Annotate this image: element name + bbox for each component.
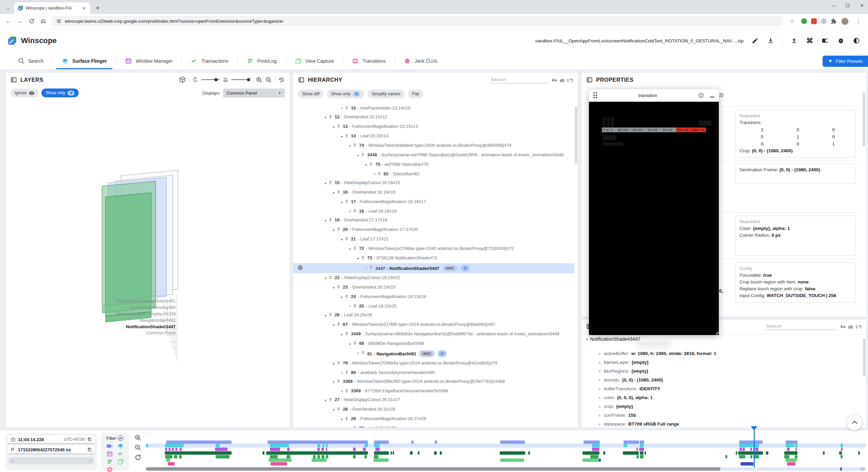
pin-icon[interactable] — [352, 426, 359, 428]
transactions-entry[interactable] — [391, 451, 392, 455]
frame-stepper[interactable]: ‹› — [8, 457, 94, 464]
theme-toggle-icon[interactable] — [852, 37, 861, 45]
match-word-icon[interactable]: ab — [560, 78, 565, 82]
pin-icon[interactable] — [352, 304, 359, 309]
tree-node-18[interactable]: 18- Leaf:16:16#18 — [293, 207, 574, 216]
timeline-tracks[interactable] — [146, 430, 866, 472]
collapse-caret-icon[interactable]: ▾ — [331, 322, 336, 328]
window-manager-entry[interactable] — [321, 448, 324, 451]
puzzle-extensions-icon[interactable] — [831, 18, 837, 24]
screen-recording-trace-icon[interactable] — [106, 443, 113, 449]
window-manager-entry[interactable] — [795, 448, 797, 451]
tree-node-22[interactable]: ▾22- HideDisplayCutout:18:23#22 — [293, 273, 574, 283]
regex-icon[interactable]: (.*) — [567, 78, 573, 82]
pin-icon[interactable] — [328, 180, 335, 185]
transactions-entry[interactable] — [858, 451, 860, 455]
tree-node-79[interactable]: ▾79- WindowToken{7046b4a type=2024 andro… — [293, 359, 574, 368]
screen-recording-entry[interactable] — [739, 440, 763, 444]
copy-icon[interactable] — [87, 437, 92, 442]
collapse-caret-icon[interactable]: ▾ — [331, 190, 336, 196]
edit-trace-icon[interactable] — [751, 37, 759, 45]
hierarchy-scrollbar[interactable] — [575, 106, 577, 164]
download-trace-icon[interactable] — [767, 37, 775, 45]
tree-node-13[interactable]: ▾13- FullscreenMagnification:15:15#13 — [293, 122, 574, 132]
zoom-in-icon[interactable] — [135, 434, 141, 441]
surface-flinger-entry[interactable] — [786, 444, 794, 447]
transactions-entry[interactable] — [266, 451, 368, 455]
regex-icon[interactable]: (.*) — [856, 324, 862, 329]
layer-label[interactable]: NotificationShade#3447 — [126, 324, 176, 329]
spacing-slider[interactable] — [231, 79, 250, 80]
tree-node-67[interactable]: ▾67- WindowToken{e5176f9 type=2019 andro… — [293, 320, 574, 330]
tree-node-28[interactable]: ▾28- OneHanded:26:31#28 — [293, 405, 574, 414]
property-node-dataspace[interactable]: dataspace:BT709 sRGB Full range — [581, 420, 862, 428]
layer-label[interactable]: Common Panel — [146, 331, 176, 335]
maximize-icon[interactable] — [845, 3, 850, 8]
view-capture-entry[interactable] — [599, 458, 601, 462]
window-manager-entry[interactable] — [375, 448, 380, 451]
screen-recording-entry[interactable] — [268, 440, 368, 444]
transactions-entry[interactable] — [393, 451, 394, 455]
collapse-caret-icon[interactable]: ▾ — [323, 398, 328, 403]
tab-transitions[interactable]: Transitions — [343, 53, 395, 69]
surface-flinger-entry[interactable] — [592, 444, 600, 447]
window-manager-entry[interactable] — [750, 448, 752, 451]
transactions-entry[interactable] — [738, 451, 763, 455]
tree-node-82[interactable]: 82- StatusBar#82 — [293, 170, 574, 178]
protolog-entry[interactable] — [374, 455, 378, 458]
pin-icon[interactable] — [369, 265, 375, 270]
pin-icon[interactable] — [377, 172, 383, 177]
pin-icon[interactable] — [352, 209, 359, 214]
protolog-entry[interactable] — [287, 455, 290, 458]
close-icon[interactable]: ✕ — [859, 3, 865, 8]
chip-simplify-names[interactable]: Simplify names — [368, 90, 405, 98]
properties-search-input[interactable]: Search — [766, 322, 837, 330]
tree-node-3449[interactable]: ▾3449- Surface(name=885b63e NavigationBa… — [293, 330, 574, 339]
transactions-entry[interactable] — [410, 451, 413, 455]
track-window-manager[interactable] — [146, 448, 866, 451]
pin-icon[interactable] — [344, 416, 351, 421]
eye-icon[interactable] — [297, 265, 303, 271]
view-capture-entry[interactable] — [500, 458, 524, 462]
tab-window-manager[interactable]: Window Manager — [116, 53, 182, 69]
pin-icon[interactable] — [352, 246, 359, 251]
nanosecond-field[interactable]: 1715339054227572545 ns — [8, 446, 94, 454]
protolog-entry[interactable] — [739, 455, 745, 458]
protolog-entry[interactable] — [313, 455, 316, 458]
tab-protolog[interactable]: ProtoLog — [238, 53, 286, 69]
view-capture-entry[interactable] — [786, 458, 797, 462]
spacing-icon[interactable] — [223, 77, 228, 82]
collapse-caret-icon[interactable]: ▾ — [364, 162, 369, 168]
browser-menu-icon[interactable]: ⋮ — [853, 16, 863, 26]
track-transitions[interactable] — [146, 462, 866, 466]
pin-icon[interactable] — [336, 190, 343, 195]
tree-node-19[interactable]: ▾19- OneHanded:17:17#19 — [293, 216, 574, 225]
human-time-field[interactable]: 11:04:14.228 UTC+00:00 — [8, 435, 94, 444]
window-trace-icon[interactable] — [106, 451, 113, 457]
layer-label[interactable]: ScreenDecorOverlayBottom#61 — [116, 299, 176, 303]
resize-handle-icon[interactable] — [714, 330, 718, 335]
tree-node-24[interactable]: ▾24- FullscreenMagnification:18:23#24 — [293, 292, 574, 302]
pin-icon[interactable] — [336, 124, 343, 129]
documentation-icon[interactable] — [821, 37, 829, 45]
transactions-entry[interactable] — [839, 451, 842, 455]
collapse-caret-icon[interactable]: ▾ — [339, 417, 344, 422]
screen-recording-entry[interactable] — [624, 440, 639, 444]
tree-node-26[interactable]: ▾26- Leaf:24:25#26 — [293, 311, 574, 320]
tree-node-3447[interactable]: 3447- NotificationShade#3447HWCV — [293, 263, 574, 273]
surface-flinger-entry[interactable] — [322, 444, 324, 447]
window-manager-entry[interactable] — [317, 448, 320, 451]
rotation-slider[interactable] — [201, 79, 220, 80]
transactions-entry[interactable] — [418, 451, 419, 455]
ignore-chip[interactable]: Ignore — [11, 88, 39, 97]
keyboard-shortcuts-icon[interactable]: ⌘ — [806, 37, 814, 45]
collapse-panel-icon[interactable] — [586, 77, 593, 83]
transactions-entry[interactable] — [528, 451, 530, 455]
protolog-entry[interactable] — [636, 455, 639, 458]
protolog-entry[interactable] — [364, 455, 367, 458]
protolog-entry[interactable] — [784, 455, 789, 458]
hierarchy-search-input[interactable]: Search — [490, 76, 548, 83]
view-capture-entry[interactable] — [166, 458, 170, 462]
tree-node-73[interactable]: ▾73- 8736138 NotificationShade#73 — [293, 254, 574, 263]
property-node-bounds[interactable]: bounds:(0, 0) - (1080, 2400) — [581, 376, 862, 385]
